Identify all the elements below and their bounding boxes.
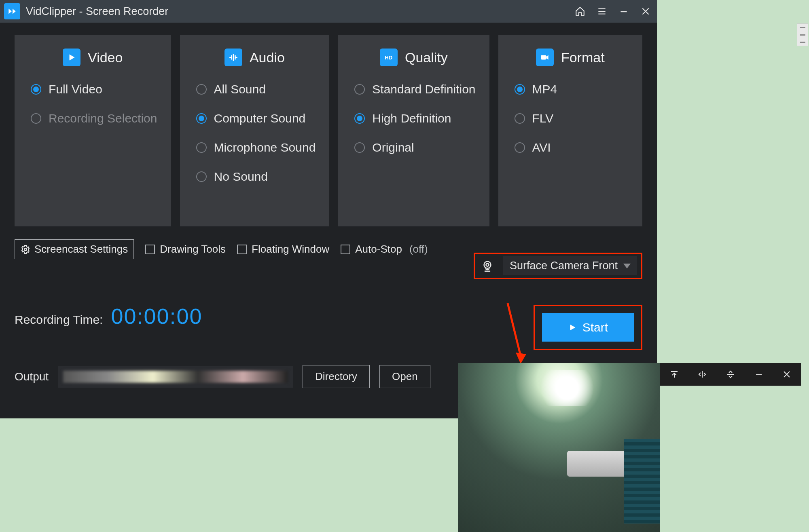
svg-marker-6 bbox=[516, 353, 526, 364]
option-label: Original bbox=[372, 141, 414, 154]
preview-light bbox=[535, 370, 599, 406]
svg-text:HD: HD bbox=[385, 55, 392, 61]
floating-window-label: Floating Window bbox=[252, 243, 329, 255]
radio-icon bbox=[31, 84, 41, 95]
screencast-settings-label: Screencast Settings bbox=[34, 243, 128, 255]
radio-icon bbox=[515, 113, 525, 124]
app-title: VidClipper - Screen Recorder bbox=[26, 5, 168, 18]
background-page-scroll-indicator bbox=[797, 23, 808, 46]
preview-collapse-up-button[interactable] bbox=[666, 366, 682, 382]
checkbox-icon bbox=[341, 245, 350, 254]
option-flv[interactable]: FLV bbox=[515, 112, 629, 125]
option-mp4[interactable]: MP4 bbox=[515, 82, 629, 96]
radio-icon bbox=[515, 142, 525, 153]
radio-icon bbox=[354, 84, 365, 95]
preview-flip-horizontal-button[interactable] bbox=[694, 366, 710, 382]
option-no-sound[interactable]: No Sound bbox=[196, 170, 316, 184]
titlebar-left: VidClipper - Screen Recorder bbox=[4, 3, 168, 19]
drawing-tools-checkbox[interactable]: Drawing Tools bbox=[145, 243, 226, 255]
radio-icon bbox=[196, 113, 207, 124]
start-button-label: Start bbox=[582, 321, 608, 334]
camera-selector-highlight: Surface Camera Front bbox=[474, 253, 642, 279]
camera-dropdown[interactable]: Surface Camera Front bbox=[503, 256, 637, 275]
recording-time-label: Recording Time: bbox=[15, 313, 103, 327]
radio-icon bbox=[196, 142, 207, 153]
option-panels: Video Full Video Recording Selection bbox=[15, 35, 642, 226]
svg-point-3 bbox=[484, 261, 491, 268]
radio-icon bbox=[31, 113, 41, 124]
drawing-tools-label: Drawing Tools bbox=[160, 243, 226, 255]
checkbox-icon bbox=[237, 245, 247, 254]
option-label: Recording Selection bbox=[49, 112, 157, 125]
svg-line-5 bbox=[508, 303, 521, 356]
open-button[interactable]: Open bbox=[379, 365, 430, 388]
option-label: Computer Sound bbox=[214, 112, 306, 125]
option-recording-selection[interactable]: Recording Selection bbox=[31, 112, 157, 125]
preview-close-button[interactable] bbox=[779, 366, 795, 382]
recording-time-value: 00:00:00 bbox=[111, 304, 202, 329]
minimize-button[interactable] bbox=[616, 4, 631, 19]
radio-icon bbox=[354, 142, 365, 153]
gear-icon bbox=[21, 245, 30, 254]
panel-quality: HD Quality Standard Definition High Defi… bbox=[338, 35, 489, 226]
option-label: Microphone Sound bbox=[214, 141, 316, 154]
titlebar: VidClipper - Screen Recorder bbox=[0, 0, 657, 23]
play-icon bbox=[63, 49, 80, 66]
panel-video: Video Full Video Recording Selection bbox=[15, 35, 171, 226]
output-label: Output bbox=[15, 370, 49, 383]
waveform-icon bbox=[224, 49, 242, 66]
option-label: All Sound bbox=[214, 82, 266, 96]
camera-preview[interactable] bbox=[458, 363, 660, 532]
option-avi[interactable]: AVI bbox=[515, 141, 629, 154]
svg-rect-1 bbox=[541, 55, 546, 60]
output-path-field[interactable] bbox=[58, 366, 293, 388]
panel-format: Format MP4 FLV AVI bbox=[498, 35, 642, 226]
radio-icon bbox=[196, 84, 207, 95]
floating-window-checkbox[interactable]: Floating Window bbox=[237, 243, 329, 255]
option-standard-definition[interactable]: Standard Definition bbox=[354, 82, 475, 96]
play-icon bbox=[568, 323, 577, 332]
option-label: AVI bbox=[532, 141, 551, 154]
panel-quality-title: Quality bbox=[405, 50, 448, 65]
app-body: Video Full Video Recording Selection bbox=[0, 23, 657, 388]
screencast-settings-button[interactable]: Screencast Settings bbox=[15, 239, 134, 259]
start-button[interactable]: Start bbox=[542, 313, 634, 342]
option-computer-sound[interactable]: Computer Sound bbox=[196, 112, 316, 125]
option-full-video[interactable]: Full Video bbox=[31, 82, 157, 96]
camera-icon bbox=[536, 49, 554, 66]
panel-audio-title: Audio bbox=[250, 50, 285, 65]
camera-dropdown-label: Surface Camera Front bbox=[510, 260, 618, 272]
svg-point-4 bbox=[486, 263, 489, 266]
directory-button[interactable]: Directory bbox=[303, 365, 370, 388]
home-button[interactable] bbox=[573, 4, 587, 19]
option-label: Full Video bbox=[49, 82, 102, 96]
auto-stop-checkbox[interactable]: Auto-Stop (off) bbox=[341, 243, 428, 255]
chevron-down-icon bbox=[623, 264, 631, 268]
titlebar-controls bbox=[573, 4, 653, 19]
option-label: High Definition bbox=[372, 112, 451, 125]
option-label: MP4 bbox=[532, 82, 557, 96]
hd-icon: HD bbox=[380, 49, 398, 66]
radio-icon bbox=[196, 171, 207, 182]
annotation-arrow-icon bbox=[504, 299, 528, 364]
preview-split-button[interactable] bbox=[722, 366, 739, 382]
panel-audio: Audio All Sound Computer Sound Microphon… bbox=[180, 35, 330, 226]
option-all-sound[interactable]: All Sound bbox=[196, 82, 316, 96]
svg-point-2 bbox=[24, 248, 27, 251]
option-original[interactable]: Original bbox=[354, 141, 475, 154]
option-label: FLV bbox=[532, 112, 554, 125]
auto-stop-label: Auto-Stop bbox=[355, 243, 402, 255]
start-button-highlight: Start bbox=[534, 305, 642, 350]
camera-preview-toolbar bbox=[660, 363, 801, 386]
option-label: No Sound bbox=[214, 170, 268, 184]
radio-icon bbox=[515, 84, 525, 95]
option-high-definition[interactable]: High Definition bbox=[354, 112, 475, 125]
close-button[interactable] bbox=[638, 4, 653, 19]
preview-minimize-button[interactable] bbox=[751, 366, 767, 382]
option-microphone-sound[interactable]: Microphone Sound bbox=[196, 141, 316, 154]
panel-format-title: Format bbox=[561, 50, 605, 65]
menu-button[interactable] bbox=[595, 4, 609, 19]
output-path-obscured bbox=[63, 371, 288, 383]
app-logo-icon bbox=[4, 3, 20, 19]
webcam-icon bbox=[481, 259, 494, 273]
